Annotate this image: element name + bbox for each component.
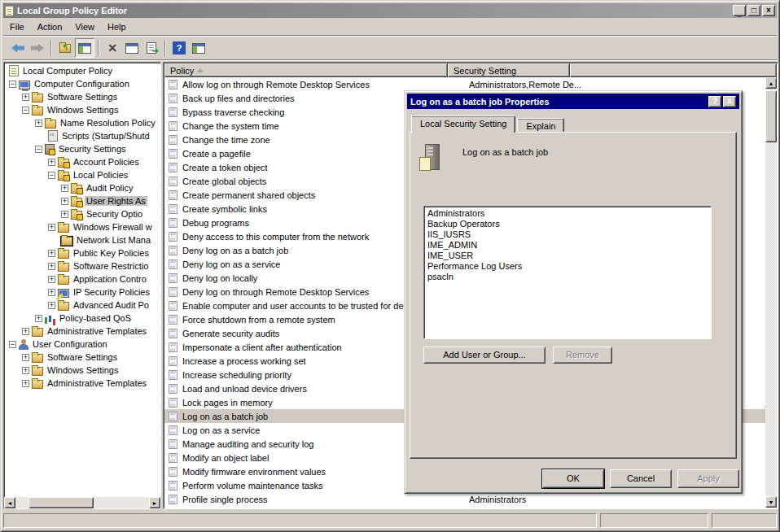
list-vertical-scrollbar[interactable]: ▲ ▼ — [765, 77, 777, 508]
tree-item-label[interactable]: Administrative Templates — [46, 378, 148, 388]
collapse-icon[interactable]: − — [9, 81, 16, 88]
tree-item-label[interactable]: User Configuration — [31, 339, 109, 349]
tree-item[interactable]: +Administrative Templates — [4, 325, 148, 338]
table-row[interactable]: Allow log on through Remote Desktop Serv… — [164, 77, 765, 91]
menu-file[interactable]: File — [3, 20, 31, 34]
expand-icon[interactable]: + — [48, 263, 55, 270]
tree-item[interactable]: −Computer Configuration — [4, 77, 131, 90]
expand-icon[interactable]: + — [22, 354, 29, 361]
ok-button[interactable]: OK — [542, 469, 604, 488]
tree-item[interactable]: +Advanced Audit Po — [4, 299, 151, 312]
menu-view[interactable]: View — [68, 20, 101, 34]
member-item[interactable]: IIS_IUSRS — [427, 229, 708, 240]
new-window-icon[interactable] — [189, 38, 208, 58]
tree-item[interactable]: +Audit Policy — [4, 181, 134, 194]
tree-item-label[interactable]: Software Restrictio — [72, 261, 150, 271]
dialog-help-button[interactable]: ? — [708, 96, 721, 107]
cancel-button[interactable]: Cancel — [610, 469, 672, 488]
tree-item[interactable]: +Application Contro — [4, 273, 148, 286]
expand-icon[interactable]: + — [48, 159, 55, 166]
tree-item-label[interactable]: Security Settings — [57, 144, 128, 154]
minimize-button[interactable]: _ — [733, 5, 746, 16]
tree-item[interactable]: +Administrative Templates — [4, 377, 148, 390]
expand-icon[interactable]: + — [61, 198, 68, 205]
expand-icon[interactable]: + — [48, 224, 55, 231]
tree-item[interactable]: +Software Restrictio — [4, 259, 150, 273]
scroll-down-icon[interactable]: ▼ — [765, 496, 777, 508]
tree-item[interactable]: −User Configuration — [4, 338, 109, 351]
tree-item-label[interactable]: User Rights As — [85, 196, 147, 206]
collapse-icon[interactable]: − — [22, 107, 29, 114]
scroll-right-icon[interactable]: ► — [149, 497, 160, 508]
close-button[interactable]: × — [762, 5, 775, 16]
scrollbar-thumb[interactable] — [28, 497, 94, 508]
member-item[interactable]: IME_USER — [427, 251, 708, 261]
export-list-icon[interactable]: ➜ — [142, 38, 161, 58]
tree-item-label[interactable]: Advanced Audit Po — [72, 300, 151, 310]
expand-icon[interactable]: + — [35, 120, 42, 127]
tree-item[interactable]: +Windows Firewall w — [4, 220, 154, 233]
members-listbox[interactable]: AdministratorsBackup OperatorsIIS_IUSRSI… — [423, 206, 712, 339]
back-icon[interactable] — [8, 38, 28, 58]
tree-item-label[interactable]: Windows Firewall w — [72, 222, 154, 232]
tree-item-label[interactable]: Local Computer Policy — [21, 66, 114, 76]
expand-icon[interactable]: + — [61, 211, 68, 218]
expand-icon[interactable]: + — [48, 302, 55, 309]
tree-item-label[interactable]: Name Resolution Policy — [59, 118, 157, 128]
column-header-policy[interactable]: Policy — [164, 63, 448, 77]
expand-icon[interactable]: + — [35, 315, 42, 322]
tree-item-label[interactable]: Administrative Templates — [46, 326, 148, 336]
tree-item-label[interactable]: Network List Mana — [75, 235, 152, 245]
up-one-level-icon[interactable]: ↰ — [55, 38, 75, 58]
member-item[interactable]: Performance Log Users — [427, 261, 708, 272]
column-header-security-setting[interactable]: Security Setting — [448, 63, 570, 77]
properties-icon[interactable] — [122, 38, 142, 58]
tree-item-label[interactable]: Computer Configuration — [33, 79, 131, 89]
tree-item[interactable]: −Windows Settings — [4, 103, 120, 116]
tree-item-label[interactable]: IP Security Policies — [72, 287, 151, 297]
table-row[interactable]: Profile single processAdministrators — [164, 492, 765, 506]
tree-item[interactable]: Scripts (Startup/Shutd — [4, 129, 151, 142]
expand-icon[interactable]: + — [22, 328, 29, 335]
apply-button[interactable]: Apply — [677, 469, 739, 488]
tab-explain[interactable]: Explain — [517, 118, 564, 133]
tab-local-security-setting[interactable]: Local Security Setting — [411, 116, 515, 133]
tree-item-label[interactable]: Application Contro — [72, 274, 148, 284]
tree-item-label[interactable]: Account Policies — [72, 157, 141, 167]
tree-item[interactable]: +User Rights As — [4, 194, 147, 207]
tree-item[interactable]: Local Computer Policy — [4, 64, 114, 77]
menu-action[interactable]: Action — [31, 20, 69, 34]
dialog-close-button[interactable]: × — [723, 96, 736, 107]
scroll-left-icon[interactable]: ◄ — [4, 497, 15, 508]
tree-item[interactable]: +Windows Settings — [4, 364, 120, 377]
collapse-icon[interactable]: − — [48, 172, 55, 179]
tree-item[interactable]: +Software Settings — [4, 351, 119, 364]
tree-item[interactable]: −Security Settings — [4, 142, 128, 155]
remove-button[interactable]: Remove — [553, 347, 612, 364]
tree-item-label[interactable]: Public Key Policies — [72, 248, 151, 258]
expand-icon[interactable]: + — [48, 276, 55, 283]
help-icon[interactable]: ? — [169, 38, 189, 58]
table-row[interactable]: Profile system performanceAdministrators… — [164, 506, 765, 508]
tree-item-label[interactable]: Software Settings — [46, 352, 119, 362]
collapse-icon[interactable]: − — [9, 341, 16, 348]
member-item[interactable]: Administrators — [427, 208, 708, 219]
show-console-tree-icon[interactable] — [75, 38, 94, 58]
member-item[interactable]: Backup Operators — [427, 219, 708, 229]
tree-item[interactable]: +Account Policies — [4, 155, 141, 168]
tree-item[interactable]: +Name Resolution Policy — [4, 116, 157, 129]
member-item[interactable]: IME_ADMIN — [427, 240, 708, 251]
dialog-title-bar[interactable]: Log on as a batch job Properties ? × — [407, 94, 739, 109]
add-user-or-group-button[interactable]: Add User or Group... — [423, 347, 546, 364]
title-bar[interactable]: Local Group Policy Editor _ □ × — [3, 3, 777, 18]
tree-item[interactable]: Network List Mana — [4, 233, 152, 246]
tree-item[interactable]: +Public Key Policies — [4, 246, 151, 259]
tree-item[interactable]: +IP Security Policies — [4, 286, 151, 299]
expand-icon[interactable]: + — [22, 380, 29, 387]
tree-item[interactable]: +Software Settings — [4, 90, 119, 103]
tree-item-label[interactable]: Audit Policy — [85, 183, 134, 193]
expand-icon[interactable]: + — [22, 94, 29, 101]
tree-item-label[interactable]: Windows Settings — [46, 105, 120, 115]
expand-icon[interactable]: + — [48, 250, 55, 257]
member-item[interactable]: psacln — [427, 272, 708, 282]
